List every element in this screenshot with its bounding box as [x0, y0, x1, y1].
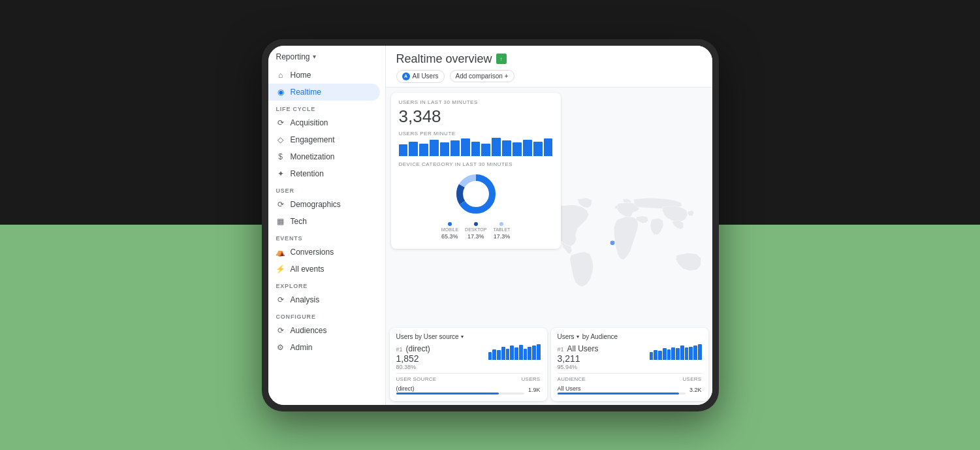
audience-rank-name: All Users	[567, 344, 599, 353]
chevron-down-icon: ▾	[313, 53, 316, 60]
user-source-sparkline	[488, 344, 541, 360]
source-bar-fill	[396, 393, 499, 394]
user-source-table-header: USER SOURCE USERS	[396, 373, 541, 382]
analysis-label: Analysis	[291, 295, 320, 304]
tablet-legend: TABLET 17.3%	[493, 222, 510, 240]
audience-title-users: Users	[558, 333, 575, 340]
chevron-down-icon: ▾	[577, 334, 579, 340]
reporting-label: Reporting	[276, 52, 310, 61]
audience-value: 3.2K	[689, 387, 702, 393]
audience-rank-pct: 95.94%	[558, 364, 599, 370]
acquisition-label: Acquisition	[291, 118, 328, 127]
audience-rank-left: #1 All Users 3,211 95.94%	[558, 344, 599, 370]
lifecycle-section: LIFE CYCLE	[268, 101, 385, 114]
filter-chip-label: All Users	[413, 72, 439, 80]
desktop-legend: DESKTOP 17.3%	[465, 222, 486, 240]
spark-bar	[658, 351, 662, 359]
rank-left: #1 (direct) 1,852 80.38%	[396, 344, 430, 370]
spark-bar	[497, 350, 501, 359]
source-value: 1.9K	[528, 387, 541, 393]
sidebar-item-analysis[interactable]: ⟳ Analysis	[268, 291, 380, 308]
bar	[471, 142, 481, 156]
sidebar-item-home[interactable]: ⌂ Home	[268, 67, 380, 84]
mobile-value: 65.3%	[441, 233, 458, 240]
bar	[440, 142, 449, 155]
bar	[492, 138, 501, 156]
spark-bar	[528, 347, 531, 360]
sidebar-item-admin[interactable]: ⚙ Admin	[268, 339, 380, 356]
tech-label: Tech	[291, 217, 307, 226]
user-source-rank-row: #1 (direct) 1,852 80.38%	[396, 344, 541, 370]
sidebar-item-retention[interactable]: ✦ Retention	[268, 165, 380, 182]
sidebar-item-conversions[interactable]: ⛺ Conversions	[268, 244, 380, 261]
donut-section: MOBILE 65.3% DESKTOP 17.3%	[399, 169, 553, 242]
main-header: Realtime overview A All Users Add compar…	[386, 46, 712, 88]
mobile-label: MOBILE	[441, 227, 458, 232]
realtime-label: Realtime	[291, 88, 321, 97]
bar	[533, 142, 543, 156]
spark-bar	[488, 352, 492, 359]
user-source-panel: Users by User source ▾ #1 (direct)	[390, 328, 547, 401]
rank-pct: 80.38%	[396, 364, 430, 370]
user-section: USER	[268, 182, 385, 196]
user-dot: A	[402, 72, 410, 80]
spark-bar	[654, 350, 657, 360]
main-content: Realtime overview A All Users Add compar…	[386, 46, 712, 405]
audience-rank-number: #1	[558, 346, 564, 353]
sidebar-item-audiences[interactable]: ⟳ Audiences	[268, 322, 380, 339]
sidebar-item-all-events[interactable]: ⚡ All events	[268, 261, 380, 278]
add-comparison-button[interactable]: Add comparison +	[450, 70, 514, 82]
audience-table-header: AUDIENCE USERS	[558, 373, 702, 382]
spark-bar	[519, 345, 523, 360]
spark-bar	[501, 347, 505, 360]
bar	[399, 144, 408, 155]
sidebar-item-acquisition[interactable]: ⟳ Acquisition	[268, 114, 380, 131]
audience-col1-header: AUDIENCE	[558, 376, 586, 382]
donut-legend: MOBILE 65.3% DESKTOP 17.3%	[441, 222, 511, 240]
monetization-icon: $	[276, 152, 285, 161]
sidebar-item-monetization[interactable]: $ Monetization	[268, 148, 380, 165]
bar	[450, 140, 460, 155]
tablet-value: 17.3%	[494, 233, 511, 240]
all-users-chip[interactable]: A All Users	[396, 70, 445, 83]
content-area: USERS IN LAST 30 MINUTES 3,348 USERS PER…	[386, 88, 712, 405]
tablet-label: TABLET	[493, 227, 510, 232]
bar	[461, 138, 470, 155]
all-events-icon: ⚡	[276, 265, 285, 274]
export-icon[interactable]	[496, 54, 507, 64]
acquisition-icon: ⟳	[276, 118, 285, 127]
rank-number: #1	[396, 346, 403, 353]
reporting-header[interactable]: Reporting ▾	[268, 46, 385, 67]
sidebar-item-realtime[interactable]: ◉ Realtime	[268, 84, 380, 101]
source-name: (direct)	[396, 385, 524, 392]
tablet-frame: Reporting ▾ ⌂ Home ◉ Realtime LIFE CYCLE…	[262, 39, 719, 411]
audience-sparkline	[650, 344, 702, 360]
retention-label: Retention	[291, 169, 324, 178]
spark-bar	[492, 349, 496, 360]
desktop-label: DESKTOP	[465, 227, 486, 232]
monetization-label: Monetization	[291, 152, 335, 161]
mobile-dot	[448, 222, 452, 226]
spark-bar	[532, 346, 536, 359]
engagement-icon: ◇	[276, 135, 285, 144]
analysis-icon: ⟳	[276, 295, 285, 304]
tablet-screen: Reporting ▾ ⌂ Home ◉ Realtime LIFE CYCLE…	[268, 46, 712, 405]
spark-bar	[506, 349, 510, 360]
add-comparison-label: Add comparison	[456, 72, 503, 80]
bar	[419, 144, 428, 156]
sidebar-item-tech[interactable]: ▦ Tech	[268, 213, 380, 230]
page-title: Realtime overview	[396, 52, 492, 66]
spark-bar	[514, 347, 518, 359]
sidebar-item-demographics[interactable]: ⟳ Demographics	[268, 196, 380, 213]
audiences-label: Audiences	[291, 326, 327, 335]
sidebar-item-engagement[interactable]: ◇ Engagement	[268, 131, 380, 148]
demographics-label: Demographics	[291, 200, 341, 209]
mobile-legend: MOBILE 65.3%	[441, 222, 458, 240]
page-title-row: Realtime overview	[396, 52, 702, 66]
col1-header: USER SOURCE	[396, 376, 437, 382]
audience-title-row: Users ▾ by Audience	[558, 333, 702, 340]
bar	[430, 140, 439, 156]
filter-row: A All Users Add comparison +	[396, 70, 702, 83]
audience-name: All Users	[558, 385, 686, 392]
audience-bar-bg	[558, 393, 686, 394]
